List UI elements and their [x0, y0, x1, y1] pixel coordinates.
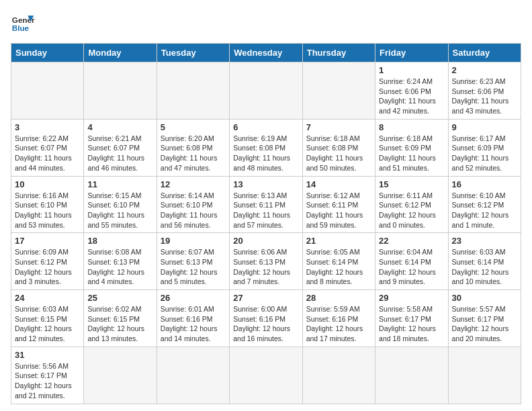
day-number: 23	[452, 236, 517, 246]
calendar-cell: 2Sunrise: 6:23 AM Sunset: 6:06 PM Daylig…	[448, 62, 521, 120]
calendar-body: 1Sunrise: 6:24 AM Sunset: 6:06 PM Daylig…	[11, 62, 521, 404]
day-number: 9	[452, 122, 517, 132]
calendar-cell	[302, 62, 375, 120]
day-info: Sunrise: 6:14 AM Sunset: 6:10 PM Dayligh…	[161, 191, 226, 230]
day-info: Sunrise: 6:06 AM Sunset: 6:13 PM Dayligh…	[233, 247, 298, 287]
calendar-cell: 27Sunrise: 6:00 AM Sunset: 6:16 PM Dayli…	[230, 290, 302, 347]
day-info: Sunrise: 6:07 AM Sunset: 6:13 PM Dayligh…	[161, 247, 226, 287]
calendar-cell: 24Sunrise: 6:03 AM Sunset: 6:15 PM Dayli…	[11, 290, 84, 347]
calendar-cell: 15Sunrise: 6:11 AM Sunset: 6:12 PM Dayli…	[375, 176, 448, 233]
calendar-cell: 10Sunrise: 6:16 AM Sunset: 6:10 PM Dayli…	[11, 176, 84, 233]
day-info: Sunrise: 6:23 AM Sunset: 6:06 PM Dayligh…	[452, 77, 517, 116]
day-number: 30	[452, 293, 517, 303]
day-number: 21	[306, 236, 371, 246]
day-number: 14	[306, 179, 371, 189]
calendar-cell: 18Sunrise: 6:08 AM Sunset: 6:13 PM Dayli…	[84, 233, 157, 290]
day-number: 24	[15, 293, 80, 303]
day-info: Sunrise: 6:01 AM Sunset: 6:16 PM Dayligh…	[161, 304, 226, 344]
day-info: Sunrise: 6:02 AM Sunset: 6:15 PM Dayligh…	[87, 304, 152, 344]
calendar-cell	[84, 347, 157, 404]
day-info: Sunrise: 6:05 AM Sunset: 6:14 PM Dayligh…	[306, 247, 371, 287]
day-info: Sunrise: 6:11 AM Sunset: 6:12 PM Dayligh…	[379, 191, 444, 230]
day-info: Sunrise: 6:03 AM Sunset: 6:15 PM Dayligh…	[15, 304, 80, 344]
day-info: Sunrise: 5:57 AM Sunset: 6:17 PM Dayligh…	[452, 304, 517, 344]
day-number: 18	[87, 236, 152, 246]
calendar-cell: 4Sunrise: 6:21 AM Sunset: 6:07 PM Daylig…	[84, 119, 157, 176]
calendar-cell: 25Sunrise: 6:02 AM Sunset: 6:15 PM Dayli…	[84, 290, 157, 347]
calendar-cell: 6Sunrise: 6:19 AM Sunset: 6:08 PM Daylig…	[230, 119, 302, 176]
day-number: 1	[379, 65, 444, 75]
calendar-cell: 11Sunrise: 6:15 AM Sunset: 6:10 PM Dayli…	[84, 176, 157, 233]
calendar-cell	[448, 347, 521, 404]
calendar-cell: 14Sunrise: 6:12 AM Sunset: 6:11 PM Dayli…	[302, 176, 375, 233]
day-info: Sunrise: 6:20 AM Sunset: 6:08 PM Dayligh…	[161, 134, 226, 173]
day-info: Sunrise: 6:24 AM Sunset: 6:06 PM Dayligh…	[379, 77, 444, 116]
calendar-cell: 30Sunrise: 5:57 AM Sunset: 6:17 PM Dayli…	[448, 290, 521, 347]
weekday-header-tuesday: Tuesday	[157, 44, 229, 62]
calendar-cell: 31Sunrise: 5:56 AM Sunset: 6:17 PM Dayli…	[11, 347, 84, 404]
day-info: Sunrise: 5:58 AM Sunset: 6:17 PM Dayligh…	[379, 304, 444, 344]
day-number: 4	[87, 122, 152, 132]
calendar-week-row: 3Sunrise: 6:22 AM Sunset: 6:07 PM Daylig…	[11, 119, 521, 176]
day-number: 28	[306, 293, 371, 303]
calendar-cell	[157, 347, 229, 404]
day-number: 26	[161, 293, 226, 303]
calendar-cell	[230, 347, 302, 404]
calendar-cell: 21Sunrise: 6:05 AM Sunset: 6:14 PM Dayli…	[302, 233, 375, 290]
calendar-week-row: 17Sunrise: 6:09 AM Sunset: 6:12 PM Dayli…	[11, 233, 521, 290]
day-number: 2	[452, 65, 517, 75]
weekday-header-wednesday: Wednesday	[230, 44, 302, 62]
day-number: 20	[233, 236, 298, 246]
day-number: 11	[87, 179, 152, 189]
calendar-cell: 9Sunrise: 6:17 AM Sunset: 6:09 PM Daylig…	[448, 119, 521, 176]
day-number: 27	[233, 293, 298, 303]
calendar-cell: 20Sunrise: 6:06 AM Sunset: 6:13 PM Dayli…	[230, 233, 302, 290]
calendar-cell: 5Sunrise: 6:20 AM Sunset: 6:08 PM Daylig…	[157, 119, 229, 176]
day-number: 6	[233, 122, 298, 132]
day-number: 8	[379, 122, 444, 132]
day-info: Sunrise: 6:22 AM Sunset: 6:07 PM Dayligh…	[15, 134, 80, 173]
day-info: Sunrise: 6:03 AM Sunset: 6:14 PM Dayligh…	[452, 247, 517, 287]
calendar-cell: 28Sunrise: 5:59 AM Sunset: 6:16 PM Dayli…	[302, 290, 375, 347]
calendar-cell: 13Sunrise: 6:13 AM Sunset: 6:11 PM Dayli…	[230, 176, 302, 233]
weekday-header-monday: Monday	[84, 44, 157, 62]
calendar-table: SundayMondayTuesdayWednesdayThursdayFrid…	[11, 43, 521, 404]
day-info: Sunrise: 6:09 AM Sunset: 6:12 PM Dayligh…	[15, 247, 80, 287]
weekday-header-friday: Friday	[375, 44, 448, 62]
calendar-week-row: 10Sunrise: 6:16 AM Sunset: 6:10 PM Dayli…	[11, 176, 521, 233]
day-info: Sunrise: 6:18 AM Sunset: 6:08 PM Dayligh…	[306, 134, 371, 173]
day-info: Sunrise: 6:00 AM Sunset: 6:16 PM Dayligh…	[233, 304, 298, 344]
calendar-cell	[302, 347, 375, 404]
calendar-cell	[375, 347, 448, 404]
calendar-header-row: SundayMondayTuesdayWednesdayThursdayFrid…	[11, 44, 521, 62]
day-number: 3	[15, 122, 80, 132]
calendar-cell	[84, 62, 157, 120]
day-number: 16	[452, 179, 517, 189]
calendar-cell: 1Sunrise: 6:24 AM Sunset: 6:06 PM Daylig…	[375, 62, 448, 120]
day-number: 25	[87, 293, 152, 303]
day-info: Sunrise: 6:12 AM Sunset: 6:11 PM Dayligh…	[306, 191, 371, 230]
day-number: 5	[161, 122, 226, 132]
weekday-header-sunday: Sunday	[11, 44, 84, 62]
day-info: Sunrise: 6:18 AM Sunset: 6:09 PM Dayligh…	[379, 134, 444, 173]
calendar-cell: 19Sunrise: 6:07 AM Sunset: 6:13 PM Dayli…	[157, 233, 229, 290]
calendar-cell: 3Sunrise: 6:22 AM Sunset: 6:07 PM Daylig…	[11, 119, 84, 176]
calendar-cell: 16Sunrise: 6:10 AM Sunset: 6:12 PM Dayli…	[448, 176, 521, 233]
calendar-cell: 7Sunrise: 6:18 AM Sunset: 6:08 PM Daylig…	[302, 119, 375, 176]
day-number: 12	[161, 179, 226, 189]
weekday-header-saturday: Saturday	[448, 44, 521, 62]
day-info: Sunrise: 6:08 AM Sunset: 6:13 PM Dayligh…	[87, 247, 152, 287]
day-info: Sunrise: 5:56 AM Sunset: 6:17 PM Dayligh…	[15, 361, 80, 401]
calendar-cell: 23Sunrise: 6:03 AM Sunset: 6:14 PM Dayli…	[448, 233, 521, 290]
day-number: 7	[306, 122, 371, 132]
day-info: Sunrise: 6:13 AM Sunset: 6:11 PM Dayligh…	[233, 191, 298, 230]
day-number: 29	[379, 293, 444, 303]
calendar-cell	[230, 62, 302, 120]
day-number: 13	[233, 179, 298, 189]
weekday-header-thursday: Thursday	[302, 44, 375, 62]
logo-icon: General Blue	[11, 11, 35, 35]
calendar-week-row: 31Sunrise: 5:56 AM Sunset: 6:17 PM Dayli…	[11, 347, 521, 404]
day-info: Sunrise: 6:15 AM Sunset: 6:10 PM Dayligh…	[87, 191, 152, 230]
svg-text:Blue: Blue	[12, 24, 30, 32]
calendar-cell: 12Sunrise: 6:14 AM Sunset: 6:10 PM Dayli…	[157, 176, 229, 233]
